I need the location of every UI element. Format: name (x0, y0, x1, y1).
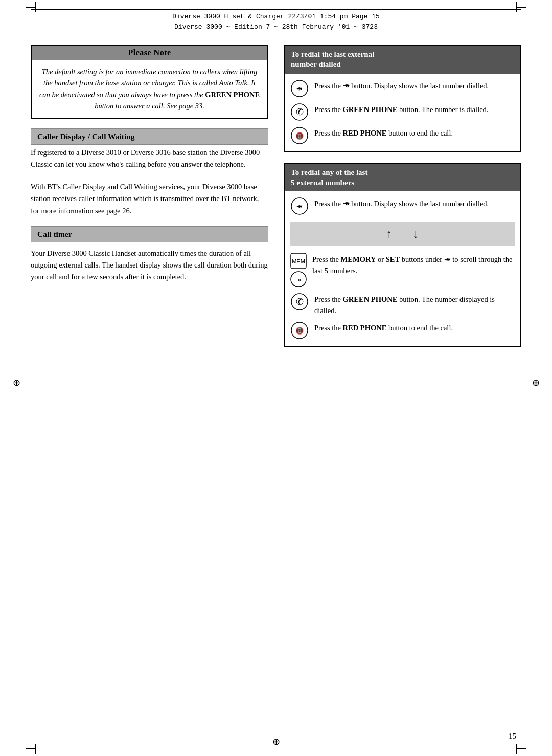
reg-mark-right: ⊕ (531, 377, 541, 388)
caller-display-paragraph2: With BT's Caller Display and Call Waitin… (31, 181, 268, 217)
redial-last-box: To redial the last external number diall… (284, 45, 521, 152)
crop-mark-tl-h (26, 7, 36, 8)
reg-mark-left: ⊕ (11, 377, 21, 388)
redial-icon-2: ↠ (290, 196, 309, 216)
green-phone-icon-2: ✆ (290, 292, 309, 312)
redial-last-steps: ↠ Press the ↠ button. Display shows the … (285, 74, 520, 151)
step-text: Press the ↠ button. Display shows the la… (314, 196, 489, 210)
step-text: Press the RED PHONE button to end the ca… (314, 321, 453, 334)
step-row: ↠ Press the ↠ button. Display shows the … (290, 196, 515, 216)
scroll-arrows-box: ↑ ↓ (290, 222, 515, 246)
please-note-body: The default setting is for an immediate … (32, 60, 267, 118)
call-timer-section: Call timer Your Diverse 3000 Classic Han… (31, 226, 268, 283)
crop-mark-bl-v (35, 744, 36, 754)
svg-text:✆: ✆ (296, 107, 304, 117)
svg-text:MEM: MEM (292, 258, 305, 264)
redial-icon: ↠ (290, 79, 309, 98)
page-content: Please Note The default setting is for a… (31, 45, 521, 347)
arrow-down-icon: ↓ (413, 227, 419, 241)
svg-text:📵: 📵 (295, 131, 304, 140)
red-phone-icon-2: 📵 (290, 321, 309, 340)
svg-text:📵: 📵 (295, 326, 304, 335)
step-text: Press the RED PHONE button to end the ca… (314, 126, 453, 139)
step-row: ↠ Press the ↠ button. Display shows the … (290, 79, 515, 98)
step-row: ✆ Press the GREEN PHONE button. The numb… (290, 292, 515, 317)
step-text: Press the MEMORY or SET buttons under ↠ … (312, 252, 515, 277)
red-phone-icon: 📵 (290, 126, 309, 145)
step-row: 📵 Press the RED PHONE button to end the … (290, 321, 515, 340)
call-timer-body: Your Diverse 3000 Classic Handset automa… (31, 248, 268, 283)
header-line2: Diverse 3000 ~ Edition 7 ~ 28th February… (36, 22, 516, 32)
crop-mark-tr-v (516, 2, 517, 12)
please-note-box: Please Note The default setting is for a… (31, 45, 268, 119)
step-text: Press the ↠ button. Display shows the la… (314, 79, 489, 92)
step-row: 📵 Press the RED PHONE button to end the … (290, 126, 515, 145)
caller-display-section: Caller Display / Call Waiting If registe… (31, 128, 268, 217)
redial-any-box: To redial any of the last 5 external num… (284, 163, 521, 347)
right-column: To redial the last external number diall… (284, 45, 521, 347)
crop-mark-tr-h (516, 7, 526, 8)
crop-mark-tl-v (35, 2, 36, 12)
call-timer-heading: Call timer (31, 226, 268, 242)
step-text: Press the GREEN PHONE button. The number… (314, 102, 488, 116)
svg-text:✆: ✆ (296, 297, 304, 307)
caller-display-paragraph1: If registered to a Diverse 3010 or Diver… (31, 147, 268, 170)
svg-text:↠: ↠ (296, 84, 303, 93)
arrow-up-icon: ↑ (386, 227, 393, 241)
green-phone-icon: ✆ (290, 102, 309, 122)
left-column: Please Note The default setting is for a… (31, 45, 268, 347)
reg-mark-bottom: ⊕ (271, 737, 281, 747)
caller-display-heading: Caller Display / Call Waiting (31, 128, 268, 145)
memory-set-icons: MEM ↠ (290, 252, 307, 288)
please-note-title: Please Note (32, 46, 267, 60)
redial-any-title: To redial any of the last 5 external num… (285, 164, 520, 192)
step-row: ✆ Press the GREEN PHONE button. The numb… (290, 102, 515, 122)
crop-mark-br-v (516, 744, 517, 754)
crop-mark-bl-h (26, 748, 36, 749)
step-text: Press the GREEN PHONE button. The number… (314, 292, 515, 317)
redial-any-steps: ↠ Press the ↠ button. Display shows the … (285, 191, 520, 346)
header-line1: Diverse 3000 H_set & Charger 22/3/01 1:5… (36, 12, 516, 22)
redial-last-title: To redial the last external number diall… (285, 46, 520, 74)
svg-text:↠: ↠ (296, 202, 303, 210)
crop-mark-br-h (516, 748, 526, 749)
step-row: MEM ↠ Press the MEMORY or SET buttons un… (290, 252, 515, 288)
page-number: 15 (509, 732, 516, 741)
page-header: Diverse 3000 H_set & Charger 22/3/01 1:5… (31, 9, 521, 34)
svg-text:↠: ↠ (296, 277, 301, 283)
